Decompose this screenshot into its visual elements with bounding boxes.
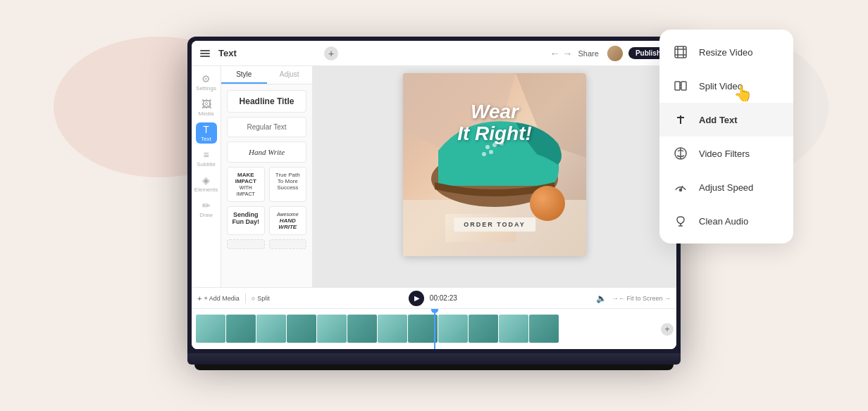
text-item-headline[interactable]: Headline Title: [227, 90, 306, 113]
thumb-5[interactable]: [317, 315, 347, 343]
thumb-9[interactable]: [438, 315, 468, 343]
resize-label: Resize Video: [699, 47, 752, 58]
split-label: Split: [257, 295, 270, 302]
laptop-frame: Text + ← → Share Publish: [187, 37, 681, 374]
sidebar-item-subtitle[interactable]: ≡ Subtitle: [196, 148, 217, 169]
thumb-4-inner: [287, 315, 316, 343]
sidebar-item-draw[interactable]: ✏ Draw: [196, 198, 217, 220]
thumb-12-inner: [529, 315, 559, 343]
sidebar-item-elements[interactable]: ◈ Elements: [196, 173, 217, 194]
thumb-7[interactable]: [378, 315, 407, 343]
split-icon: [671, 76, 690, 96]
thumb-1[interactable]: [196, 315, 225, 343]
resize-icon: [671, 42, 690, 62]
thumb-7-inner: [378, 315, 407, 343]
text-item-script[interactable]: True PathTo More Success: [269, 167, 307, 202]
sidebar-label-text: Text: [201, 136, 211, 142]
sidebar-item-text[interactable]: T Text: [196, 122, 217, 144]
play-button[interactable]: ▶: [409, 291, 424, 306]
text-item-regular[interactable]: Regular Text: [227, 117, 306, 137]
thumb-4[interactable]: [287, 315, 316, 343]
canvas-orange-ball: [530, 186, 565, 221]
add-clip-button[interactable]: +: [661, 323, 674, 336]
sidebar-label-elements: Elements: [194, 186, 218, 193]
thumb-3[interactable]: [256, 315, 286, 343]
menu-item-resize[interactable]: Resize Video: [659, 35, 793, 69]
svg-point-4: [485, 145, 490, 149]
timeline-thumbnails: [192, 315, 661, 344]
text-item-row-1: MAKE IMPACTwith Impact True PathTo More …: [227, 167, 306, 202]
thumb-9-inner: [438, 315, 468, 343]
thumb-6-inner: [347, 315, 377, 343]
forward-arrow[interactable]: →: [563, 48, 573, 59]
sidebar-label-draw: Draw: [199, 212, 213, 218]
audio-icon: [671, 211, 690, 231]
add-media-button[interactable]: + + Add Media: [197, 294, 240, 303]
back-arrow[interactable]: ←: [550, 48, 560, 59]
main-area: ⚙ Settings 🖼 Media T Text ≡: [192, 66, 676, 287]
thumb-8[interactable]: [408, 315, 438, 343]
timeline-controls: + + Add Media ○ Split ▶ 00:02:23: [192, 288, 676, 309]
thumb-10[interactable]: [469, 315, 498, 343]
thumb-2-inner: [226, 315, 256, 343]
laptop-base: [187, 353, 681, 365]
speed-icon: [671, 177, 690, 197]
page-title: Text: [218, 48, 318, 58]
svg-rect-9: [675, 46, 686, 58]
add-button[interactable]: +: [324, 46, 338, 61]
menu-item-filters[interactable]: Video Filters: [659, 137, 793, 170]
laptop-bottom: [194, 365, 674, 370]
menu-item-audio[interactable]: Clean Audio: [659, 204, 793, 238]
canvas-frame[interactable]: Wear It Right! ORDER TODAY: [403, 73, 586, 256]
volume-icon[interactable]: 🔈: [596, 293, 607, 303]
fit-screen-button[interactable]: →← Fit to Screen →: [612, 295, 671, 302]
add-text-icon: [671, 110, 690, 129]
text-item-impact[interactable]: MAKE IMPACTwith Impact: [227, 167, 265, 202]
tab-adjust[interactable]: Adjust: [267, 66, 313, 84]
top-bar: Text + ← → Share Publish: [192, 41, 676, 66]
elements-icon: ◈: [202, 175, 210, 186]
menu-item-add-text[interactable]: Add Text: [659, 103, 793, 137]
play-icon: ▶: [414, 294, 420, 302]
text-item-fun[interactable]: SendingFun Day!: [227, 206, 265, 235]
thumb-12[interactable]: [529, 315, 559, 343]
audio-label: Clean Audio: [699, 216, 748, 227]
thumb-2[interactable]: [226, 315, 256, 343]
time-display: 00:02:23: [430, 294, 457, 302]
settings-icon: ⚙: [202, 73, 211, 84]
tab-style[interactable]: Style: [221, 66, 267, 84]
add-media-label: + Add Media: [204, 295, 239, 302]
thumb-5-inner: [317, 315, 347, 343]
sidebar-item-settings[interactable]: ⚙ Settings: [196, 72, 217, 93]
filters-label: Video Filters: [699, 148, 750, 159]
text-panel: Style Adjust Headline Title Regular Text…: [221, 66, 313, 287]
hamburger-icon[interactable]: [200, 50, 210, 57]
laptop-screen: Text + ← → Share Publish: [187, 37, 681, 353]
thumb-8-inner: [408, 315, 438, 343]
text-item-empty-1[interactable]: [227, 239, 265, 249]
headline-line-1: Wear: [471, 101, 519, 122]
svg-point-7: [482, 152, 486, 156]
menu-item-speed[interactable]: Adjust Speed: [659, 170, 793, 204]
thumb-11[interactable]: [499, 315, 528, 343]
canvas-headline-text: Wear It Right!: [410, 101, 579, 145]
svg-rect-11: [681, 82, 686, 90]
text-item-empty-2[interactable]: [269, 239, 307, 249]
share-button[interactable]: Share: [578, 49, 599, 58]
screen-content: Text + ← → Share Publish: [192, 41, 676, 349]
headline-line-2: It Right!: [457, 122, 532, 144]
sidebar-item-media[interactable]: 🖼 Media: [196, 97, 217, 118]
media-icon: 🖼: [202, 99, 211, 110]
split-button[interactable]: ○ Split: [252, 295, 270, 302]
avatar: [607, 46, 623, 61]
thumb-11-inner: [499, 315, 528, 343]
thumb-6[interactable]: [347, 315, 377, 343]
cursor-icon: 👆: [733, 84, 752, 103]
text-item-row-2: SendingFun Day! AwesomeHAND WRITE: [227, 206, 306, 235]
text-item-handwrite2[interactable]: AwesomeHAND WRITE: [269, 206, 307, 235]
split-circle-icon: ○: [252, 295, 255, 302]
left-sidebar: ⚙ Settings 🖼 Media T Text ≡: [192, 66, 221, 287]
text-item-handwrite[interactable]: Hand Write: [227, 141, 306, 163]
draw-icon: ✏: [202, 200, 211, 211]
menu-item-split[interactable]: Split Video: [659, 69, 793, 103]
